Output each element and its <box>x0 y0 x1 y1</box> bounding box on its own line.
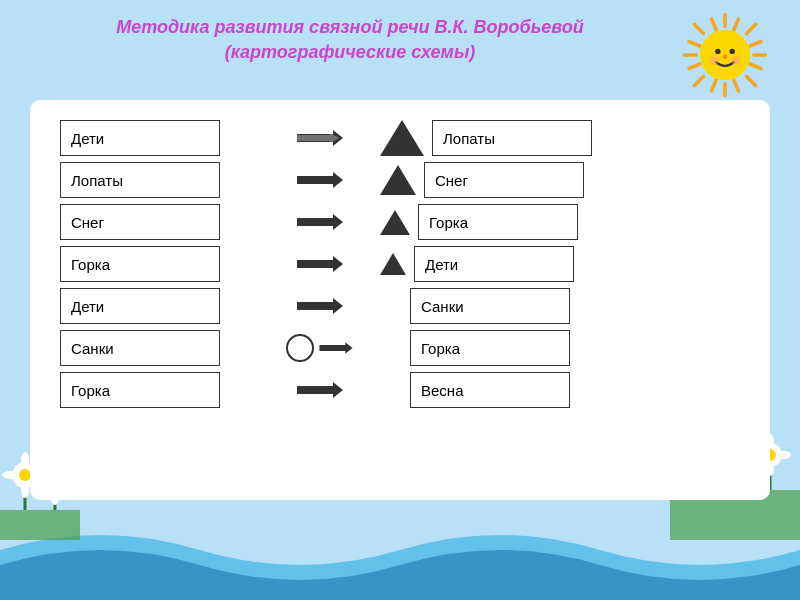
middle-cell-3 <box>260 246 380 282</box>
right-item-4: Санки <box>410 288 570 324</box>
middle-cell-6 <box>260 372 380 408</box>
svg-point-18 <box>730 49 735 54</box>
right-item-0: Лопаты <box>432 120 592 156</box>
triangle-medium-1 <box>380 165 416 195</box>
double-arrow-1 <box>295 170 345 190</box>
middle-cell-0 <box>260 120 380 156</box>
svg-point-21 <box>731 56 740 65</box>
left-item-6: Горка <box>60 372 220 408</box>
right-row-3: Дети <box>380 246 740 282</box>
triangle-tiny-3 <box>380 253 406 275</box>
sun-decoration <box>680 10 770 100</box>
triangle-large-0 <box>380 120 424 156</box>
right-item-2: Горка <box>418 204 578 240</box>
svg-point-20 <box>710 56 719 65</box>
svg-line-11 <box>734 80 739 91</box>
right-row-6: Весна <box>380 372 740 408</box>
svg-point-51 <box>21 452 29 468</box>
svg-point-19 <box>723 55 728 60</box>
left-item-5: Санки <box>60 330 220 366</box>
middle-cell-4 <box>260 288 380 324</box>
svg-line-7 <box>694 77 703 86</box>
right-item-6: Весна <box>410 372 570 408</box>
right-item-5: Горка <box>410 330 570 366</box>
right-row-1: Снег <box>380 162 740 198</box>
svg-line-13 <box>689 64 700 69</box>
double-arrow-6 <box>295 380 345 400</box>
double-arrow-0 <box>295 128 345 148</box>
double-arrow-5 <box>318 338 354 358</box>
right-item-1: Снег <box>424 162 584 198</box>
right-item-3: Дети <box>414 246 574 282</box>
main-card: Дети Лопаты Снег Горка Дети Санки Горка <box>30 100 770 500</box>
svg-line-8 <box>689 42 700 47</box>
double-arrow-3 <box>295 254 345 274</box>
double-arrow-2 <box>295 212 345 232</box>
right-column: Лопаты Снег Горка Дети Санки <box>380 120 740 480</box>
left-item-3: Горка <box>60 246 220 282</box>
double-arrow-4 <box>295 296 345 316</box>
right-row-0: Лопаты <box>380 120 740 156</box>
right-row-4: Санки <box>380 288 740 324</box>
right-row-5: Горка <box>380 330 740 366</box>
middle-cell-2 <box>260 204 380 240</box>
page-title: Методика развития связной речи В.К. Воро… <box>30 15 670 65</box>
svg-point-43 <box>777 451 791 459</box>
triangle-small-2 <box>380 210 410 235</box>
circle-symbol <box>286 334 314 362</box>
svg-line-9 <box>750 64 761 69</box>
svg-line-15 <box>712 80 717 91</box>
svg-line-14 <box>734 19 739 30</box>
diagram-container: Дети Лопаты Снег Горка Дети Санки Горка <box>60 120 740 480</box>
left-item-0: Дети <box>60 120 220 156</box>
svg-line-6 <box>747 24 756 33</box>
left-item-4: Дети <box>60 288 220 324</box>
svg-point-17 <box>715 49 720 54</box>
middle-cell-1 <box>260 162 380 198</box>
middle-cell-5 <box>260 330 380 366</box>
middle-column <box>260 120 380 480</box>
svg-line-10 <box>712 19 717 30</box>
left-column: Дети Лопаты Снег Горка Дети Санки Горка <box>60 120 260 480</box>
svg-line-12 <box>750 42 761 47</box>
svg-line-5 <box>747 77 756 86</box>
left-item-2: Снег <box>60 204 220 240</box>
left-item-1: Лопаты <box>60 162 220 198</box>
svg-point-53 <box>2 471 18 479</box>
svg-line-4 <box>694 24 703 33</box>
svg-point-52 <box>21 482 29 498</box>
svg-rect-46 <box>0 510 80 540</box>
right-row-2: Горка <box>380 204 740 240</box>
